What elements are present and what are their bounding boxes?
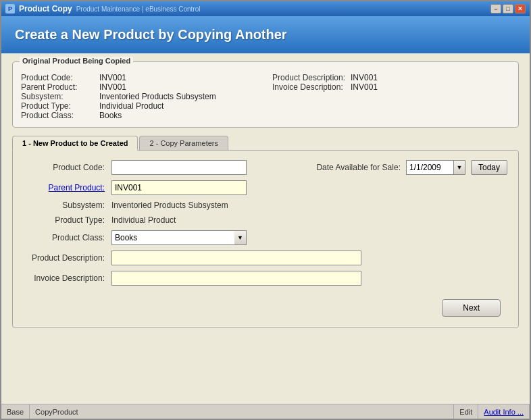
date-label: Date Available for Sale: xyxy=(316,163,401,172)
page-header: Create a New Product by Copying Another xyxy=(1,16,530,53)
orig-subsystem-value: Inventoried Products Subsystem xyxy=(99,92,216,101)
content-area: Create a New Product by Copying Another … xyxy=(1,16,530,419)
minimize-button[interactable]: – xyxy=(490,4,501,14)
orig-product-desc-value: INV001 xyxy=(351,73,378,82)
orig-invoice-desc-value: INV001 xyxy=(351,82,378,92)
invoice-desc-row: Invoice Description: xyxy=(24,271,507,286)
title-bar-left: P Product Copy Product Maintenance | eBu… xyxy=(5,4,200,14)
product-desc-label: Product Description: xyxy=(24,253,105,263)
product-class-select[interactable]: Books xyxy=(111,230,247,245)
orig-product-type-label: Product Type: xyxy=(21,101,95,111)
main-window: P Product Copy Product Maintenance | eBu… xyxy=(0,0,531,420)
orig-row-product-desc: Product Description: INV001 xyxy=(272,73,510,82)
subsystem-value: Inventoried Products Subsystem xyxy=(111,201,228,210)
subsystem-row: Subsystem: Inventoried Products Subsyste… xyxy=(24,201,507,210)
product-type-label: Product Type: xyxy=(24,215,105,225)
status-module: CopyProduct xyxy=(30,404,454,419)
orig-left-col: Product Code: INV001 Parent Product: INV… xyxy=(21,73,259,120)
orig-row-subsystem: Subsystem: Inventoried Products Subsyste… xyxy=(21,92,259,101)
orig-product-code-label: Product Code: xyxy=(21,73,95,82)
audit-info-link[interactable]: Audit Info ... xyxy=(478,404,530,419)
product-type-value: Individual Product xyxy=(111,215,176,225)
tab-copy-parameters[interactable]: 2 - Copy Parameters xyxy=(139,136,228,151)
date-dropdown-button[interactable]: ▼ xyxy=(453,160,465,175)
original-product-grid: Product Code: INV001 Parent Product: INV… xyxy=(21,73,510,120)
close-button[interactable]: ✕ xyxy=(515,4,526,14)
orig-subsystem-label: Subsystem: xyxy=(21,92,95,101)
product-class-select-wrap: Books ▼ xyxy=(111,230,247,245)
title-bar: P Product Copy Product Maintenance | eBu… xyxy=(1,1,530,16)
next-button[interactable]: Next xyxy=(442,299,501,317)
date-row: Date Available for Sale: ▼ Today xyxy=(316,160,507,175)
orig-parent-label: Parent Product: xyxy=(21,82,95,92)
orig-row-product-code: Product Code: INV001 xyxy=(21,73,259,82)
date-input-wrap: ▼ xyxy=(406,160,465,175)
orig-product-code-value: INV001 xyxy=(99,73,126,82)
orig-row-parent: Parent Product: INV001 xyxy=(21,82,259,92)
orig-parent-value: INV001 xyxy=(99,82,126,92)
orig-row-product-type: Product Type: Individual Product xyxy=(21,101,259,111)
maximize-button[interactable]: □ xyxy=(503,4,513,14)
orig-product-class-label: Product Class: xyxy=(21,111,95,120)
page-title: Create a New Product by Copying Another xyxy=(15,27,516,43)
product-code-input[interactable] xyxy=(111,160,247,175)
tab-new-product[interactable]: 1 - New Product to be Created xyxy=(12,136,138,151)
invoice-desc-input[interactable] xyxy=(111,271,361,286)
original-box-legend: Original Product Being Copied xyxy=(20,57,133,65)
window-title: Product Copy xyxy=(19,4,72,14)
orig-product-class-value: Books xyxy=(99,111,122,120)
parent-product-row: Parent Product: xyxy=(24,180,507,195)
tab-area: 1 - New Product to be Created 2 - Copy P… xyxy=(12,136,519,328)
orig-product-desc-label: Product Description: xyxy=(272,73,347,82)
orig-invoice-desc-label: Invoice Description: xyxy=(272,82,347,92)
product-desc-input[interactable] xyxy=(111,251,361,265)
orig-product-type-value: Individual Product xyxy=(99,101,163,111)
parent-product-link-label[interactable]: Parent Product: xyxy=(24,183,105,192)
original-product-box: Original Product Being Copied Product Co… xyxy=(12,61,519,128)
status-bar: Base CopyProduct Edit Audit Info ... xyxy=(1,404,530,419)
orig-row-product-class: Product Class: Books xyxy=(21,111,259,120)
tab-content-new-product: Date Available for Sale: ▼ Today Product… xyxy=(12,150,519,328)
product-code-label: Product Code: xyxy=(24,163,105,172)
next-button-row: Next xyxy=(24,299,507,317)
window-controls: – □ ✕ xyxy=(490,4,526,14)
status-mode: Edit xyxy=(454,404,478,419)
product-class-label: Product Class: xyxy=(24,233,105,242)
subsystem-label: Subsystem: xyxy=(24,201,105,210)
app-icon: P xyxy=(5,4,15,14)
form-area: Original Product Being Copied Product Co… xyxy=(1,53,530,404)
orig-row-invoice-desc: Invoice Description: INV001 xyxy=(272,82,510,92)
date-input[interactable] xyxy=(406,160,453,175)
tabs: 1 - New Product to be Created 2 - Copy P… xyxy=(12,136,519,151)
today-button[interactable]: Today xyxy=(471,160,507,175)
orig-right-col: Product Description: INV001 Invoice Desc… xyxy=(272,73,510,120)
breadcrumb: Product Maintenance | eBusiness Control xyxy=(76,5,201,13)
product-desc-row: Product Description: xyxy=(24,251,507,265)
status-base: Base xyxy=(1,404,30,419)
product-class-row: Product Class: Books ▼ xyxy=(24,230,507,245)
product-type-row: Product Type: Individual Product xyxy=(24,215,507,225)
invoice-desc-label: Invoice Description: xyxy=(24,273,105,283)
parent-product-input[interactable] xyxy=(111,180,247,195)
